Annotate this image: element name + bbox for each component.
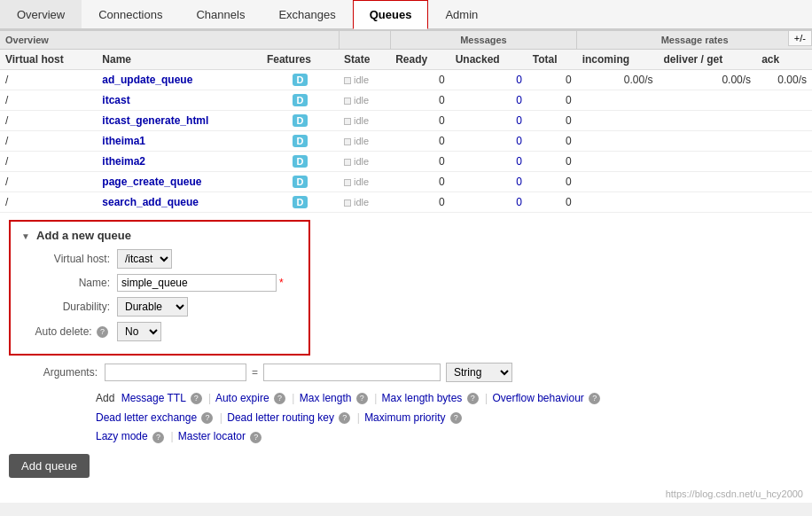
dead-letter-exchange-help-icon[interactable]: ? (201, 412, 213, 424)
cell-features: D (262, 131, 339, 152)
cell-name: itheima2 (97, 152, 262, 172)
add-message-ttl[interactable]: Message TTL (121, 392, 186, 404)
col-ack: ack (756, 50, 812, 70)
auto-delete-select[interactable]: No Yes (117, 322, 161, 341)
dead-letter-routing-key-help-icon[interactable]: ? (339, 412, 350, 424)
cell-state: idle (339, 70, 390, 90)
add-queue-button[interactable]: Add queue (9, 454, 90, 478)
queue-name-link[interactable]: ad_update_queue (102, 74, 192, 86)
cell-total: 0 (527, 131, 577, 152)
arguments-row: Arguments: = String Number Boolean List (0, 363, 602, 382)
cell-vhost: / (0, 152, 97, 172)
name-input[interactable] (117, 274, 277, 292)
cell-total: 0 (527, 90, 577, 111)
nav-overview[interactable]: Overview (0, 0, 82, 28)
durability-row: Durability: Durable Transient (21, 297, 298, 317)
cell-deliver-get (659, 172, 757, 192)
feature-badge: D (293, 135, 308, 147)
add-dead-letter-exchange[interactable]: Dead letter exchange (96, 411, 197, 424)
cell-ack (756, 192, 812, 213)
cell-vhost: / (0, 111, 97, 131)
max-length-bytes-help-icon[interactable]: ? (467, 393, 479, 404)
cell-vhost: / (0, 131, 97, 152)
nav-exchanges[interactable]: Exchanges (262, 0, 352, 28)
group-rates-header: Message rates (577, 31, 812, 50)
state-label: idle (354, 74, 369, 85)
cell-state: idle (339, 90, 390, 111)
table-row: / page_create_queue D idle 0 0 0 (0, 172, 812, 192)
add-dead-letter-routing-key[interactable]: Dead letter routing key (227, 411, 334, 424)
state-box-icon (344, 159, 351, 166)
durability-select[interactable]: Durable Transient (117, 297, 188, 317)
auto-delete-help-icon[interactable]: ? (97, 326, 108, 338)
add-max-length-bytes[interactable]: Max length bytes (382, 392, 463, 404)
cell-state: idle (339, 152, 390, 172)
cell-deliver-get (659, 90, 757, 111)
plus-minus-button[interactable]: +/- (788, 30, 812, 46)
queue-name-link[interactable]: page_create_queue (102, 176, 201, 188)
cell-state: idle (339, 111, 390, 131)
maximum-priority-help-icon[interactable]: ? (450, 412, 462, 424)
cell-total: 0 (527, 70, 577, 90)
cell-unacked: 0 (450, 131, 527, 152)
lazy-mode-help-icon[interactable]: ? (152, 432, 164, 443)
feature-badge: D (293, 114, 308, 127)
add-maximum-priority[interactable]: Maximum priority (364, 411, 445, 424)
queues-table-section: +/- Overview Messages Message rates Virt… (0, 30, 812, 213)
max-length-help-icon[interactable]: ? (356, 393, 368, 404)
master-locator-help-icon[interactable]: ? (250, 432, 262, 443)
name-label: Name: (21, 277, 110, 289)
cell-incoming (577, 111, 659, 131)
cell-name: ad_update_queue (97, 70, 262, 90)
virtual-host-select[interactable]: /itcast / (117, 249, 172, 269)
nav-queues[interactable]: Queues (353, 0, 429, 29)
queue-name-link[interactable]: itcast_generate_html (102, 114, 208, 127)
state-label: idle (354, 176, 369, 187)
top-navigation: Overview Connections Channels Exchanges … (0, 0, 812, 30)
arguments-type-select[interactable]: String Number Boolean List (446, 363, 512, 382)
add-max-length[interactable]: Max length (300, 392, 352, 404)
cell-unacked: 0 (450, 90, 527, 111)
cell-state: idle (339, 192, 390, 213)
table-row: / itcast_generate_html D idle 0 0 0 (0, 111, 812, 131)
cell-incoming (577, 172, 659, 192)
add-auto-expire[interactable]: Auto expire (215, 392, 269, 404)
cell-vhost: / (0, 70, 97, 90)
arguments-value-input[interactable] (263, 364, 441, 381)
cell-features: D (262, 152, 339, 172)
state-label: idle (354, 95, 369, 106)
cell-name: itcast (97, 90, 262, 111)
auto-delete-row: Auto delete: ? No Yes (21, 322, 298, 341)
state-box-icon (344, 77, 351, 84)
add-overflow-behaviour[interactable]: Overflow behaviour (492, 392, 583, 404)
nav-channels[interactable]: Channels (179, 0, 262, 28)
cell-total: 0 (527, 192, 577, 213)
cell-deliver-get (659, 152, 757, 172)
auto-expire-help-icon[interactable]: ? (274, 393, 285, 404)
feature-badge: D (293, 176, 308, 188)
triangle-icon: ▼ (21, 231, 30, 241)
nav-connections[interactable]: Connections (82, 0, 179, 28)
queue-name-link[interactable]: search_add_queue (102, 196, 199, 208)
col-unacked: Unacked (450, 50, 527, 70)
queue-name-link[interactable]: itheima2 (102, 155, 145, 168)
arguments-key-input[interactable] (105, 364, 246, 381)
add-lazy-mode[interactable]: Lazy mode (96, 430, 148, 442)
required-star: * (279, 277, 284, 289)
table-row: / itcast D idle 0 0 0 (0, 90, 812, 111)
cell-vhost: / (0, 90, 97, 111)
add-master-locator[interactable]: Master locator (178, 430, 246, 442)
cell-incoming: 0.00/s (577, 70, 659, 90)
cell-ready: 0 (390, 172, 449, 192)
table-row: / ad_update_queue D idle 0 0 0 0.00/s 0.… (0, 70, 812, 90)
overflow-behaviour-help-icon[interactable]: ? (589, 393, 600, 404)
col-name: Name (97, 50, 262, 70)
cell-incoming (577, 192, 659, 213)
queue-name-link[interactable]: itcast (102, 94, 129, 106)
state-box-icon (344, 98, 351, 105)
queue-name-link[interactable]: itheima1 (102, 135, 145, 147)
group-state-header (339, 31, 390, 50)
message-ttl-help-icon[interactable]: ? (191, 393, 202, 404)
feature-badge: D (293, 196, 308, 208)
nav-admin[interactable]: Admin (428, 0, 495, 28)
